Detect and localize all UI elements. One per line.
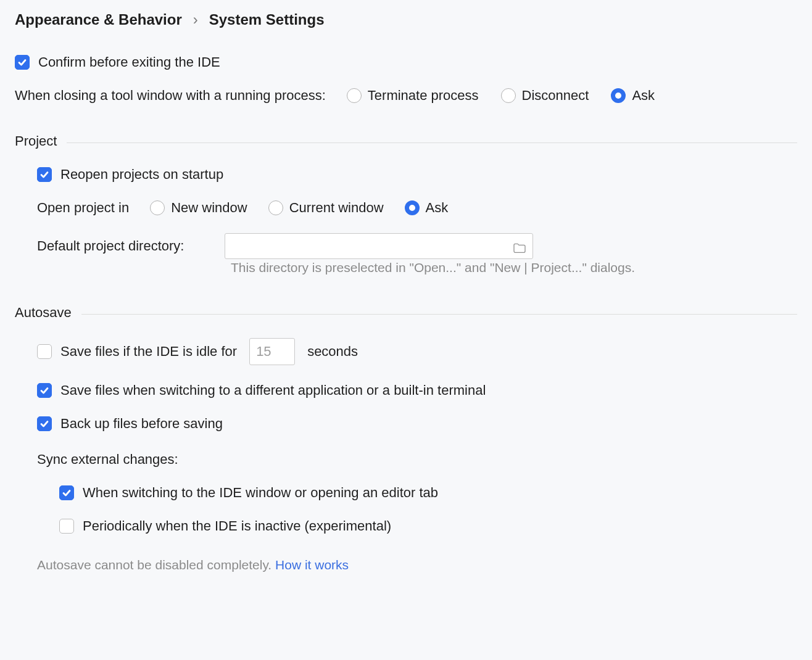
default-directory-hint: This directory is preselected in "Open..… [231, 260, 797, 275]
open-project-in-row: Open project in New window Current windo… [15, 200, 797, 216]
radio-label: Ask [632, 88, 655, 104]
folder-icon[interactable] [513, 241, 526, 250]
radio-label: New window [171, 200, 247, 216]
radio-icon [611, 88, 626, 103]
open-radio-group: New window Current window Ask [150, 200, 448, 216]
sync-switch-row: When switching to the IDE window or open… [15, 485, 797, 501]
backup-row: Back up files before saving [15, 416, 797, 432]
sync-periodic-label: Periodically when the IDE is inactive (e… [83, 518, 391, 534]
chevron-right-icon: › [193, 11, 198, 28]
save-idle-checkbox[interactable] [37, 344, 52, 359]
closing-radio-terminate[interactable]: Terminate process [347, 88, 479, 104]
closing-tool-window-label: When closing a tool window with a runnin… [15, 88, 326, 104]
project-section-header: Project [15, 133, 797, 149]
autosave-note: Autosave cannot be disabled completely. … [15, 558, 797, 572]
sync-switch-checkbox[interactable] [59, 485, 74, 500]
how-it-works-link[interactable]: How it works [275, 558, 349, 572]
autosave-section-header: Autosave [15, 305, 797, 321]
backup-checkbox[interactable] [37, 416, 52, 431]
confirm-exit-checkbox[interactable] [15, 55, 30, 70]
save-idle-row: Save files if the IDE is idle for second… [15, 338, 797, 365]
closing-radio-ask[interactable]: Ask [611, 88, 655, 104]
reopen-projects-checkbox[interactable] [37, 167, 52, 182]
save-idle-suffix: seconds [307, 344, 358, 360]
breadcrumb-current: System Settings [209, 11, 325, 28]
section-title: Autosave [15, 305, 72, 321]
sync-periodic-row: Periodically when the IDE is inactive (e… [15, 518, 797, 534]
divider [81, 314, 797, 315]
confirm-exit-label: Confirm before exiting the IDE [38, 54, 220, 70]
sync-switch-label: When switching to the IDE window or open… [83, 485, 438, 501]
confirm-exit-row: Confirm before exiting the IDE [15, 54, 797, 70]
idle-seconds-input[interactable] [249, 338, 295, 365]
save-switch-row: Save files when switching to a different… [15, 382, 797, 398]
radio-icon [501, 88, 516, 103]
open-radio-ask[interactable]: Ask [405, 200, 449, 216]
default-directory-label: Default project directory: [37, 238, 216, 254]
save-switch-checkbox[interactable] [37, 383, 52, 398]
divider [67, 142, 797, 143]
closing-tool-window-row: When closing a tool window with a runnin… [15, 88, 797, 104]
backup-label: Back up files before saving [60, 416, 223, 432]
default-directory-input[interactable] [225, 233, 533, 259]
closing-radio-group: Terminate process Disconnect Ask [347, 88, 655, 104]
closing-radio-disconnect[interactable]: Disconnect [501, 88, 589, 104]
breadcrumb: Appearance & Behavior › System Settings [15, 11, 797, 28]
reopen-projects-label: Reopen projects on startup [60, 167, 223, 183]
sync-header-label: Sync external changes: [37, 452, 178, 468]
breadcrumb-parent[interactable]: Appearance & Behavior [15, 11, 182, 28]
reopen-projects-row: Reopen projects on startup [15, 167, 797, 183]
sync-periodic-checkbox[interactable] [59, 519, 74, 534]
section-title: Project [15, 133, 57, 149]
radio-label: Ask [426, 200, 449, 216]
sync-header-row: Sync external changes: [15, 452, 797, 468]
radio-icon [268, 200, 283, 215]
open-project-in-label: Open project in [37, 200, 129, 216]
radio-label: Terminate process [368, 88, 479, 104]
radio-label: Disconnect [522, 88, 589, 104]
open-radio-new-window[interactable]: New window [150, 200, 247, 216]
radio-icon [405, 200, 420, 215]
save-idle-prefix: Save files if the IDE is idle for [60, 344, 237, 360]
radio-icon [347, 88, 362, 103]
default-directory-row: Default project directory: [15, 233, 797, 259]
autosave-note-text: Autosave cannot be disabled completely. [37, 558, 275, 572]
radio-label: Current window [289, 200, 384, 216]
radio-icon [150, 200, 165, 215]
open-radio-current-window[interactable]: Current window [268, 200, 384, 216]
save-switch-label: Save files when switching to a different… [60, 382, 486, 398]
